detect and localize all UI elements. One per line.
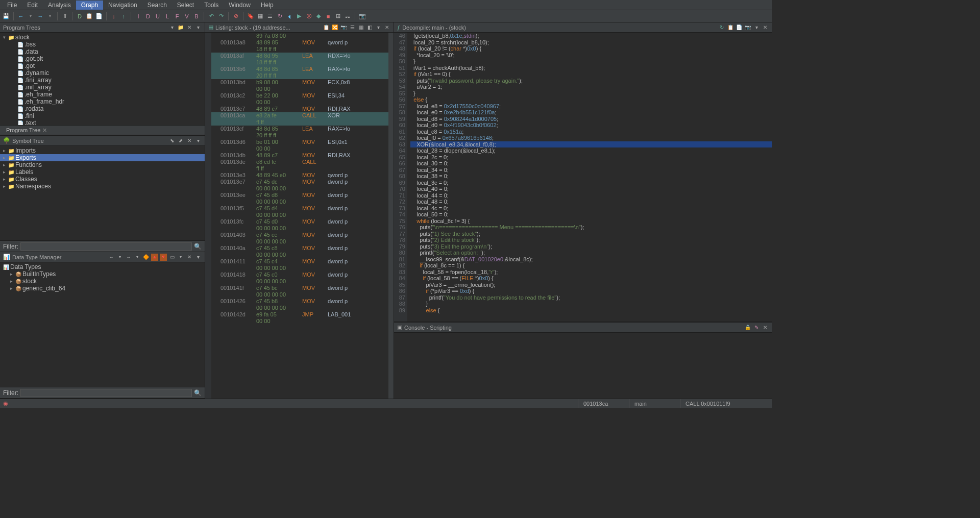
- define-data-icon[interactable]: D: [76, 12, 84, 20]
- code-line[interactable]: local_48 = 0;: [410, 199, 772, 205]
- forward-icon[interactable]: →: [125, 254, 132, 261]
- tree-section[interactable]: 📄.dynamic: [0, 69, 205, 77]
- folder2-icon[interactable]: ⬈: [177, 137, 184, 144]
- listing-row[interactable]: 00 00 00 00: [205, 199, 394, 205]
- symbol-item-exports[interactable]: ▸📁Exports: [0, 154, 205, 161]
- code-line[interactable]: local_4c = 0;: [410, 205, 772, 212]
- tree-section[interactable]: 📄.fini_array: [0, 77, 205, 84]
- dropdown-icon[interactable]: ▾: [177, 254, 184, 261]
- filter-icon[interactable]: 🔍: [194, 389, 202, 397]
- stop-icon[interactable]: ⦿: [305, 12, 313, 20]
- code-line[interactable]: puts("Invalid password, please try again…: [410, 78, 772, 84]
- listing-row[interactable]: 18 ff ff ff: [205, 46, 394, 53]
- code-line[interactable]: local_d0 = 0x4f19043c0b0f0602;: [410, 122, 772, 129]
- listing-row[interactable]: 001013e348 89 45 e0MOVqword p: [205, 172, 394, 179]
- code-line[interactable]: local_3c = 0;: [410, 180, 772, 186]
- code-line[interactable]: local_30 = 0;: [410, 160, 772, 167]
- code-line[interactable]: local_e8 = 0x2d17550c0c040967;: [410, 103, 772, 110]
- listing-row[interactable]: 001013cf48 8d 85LEARAX=>lo: [205, 126, 394, 132]
- code-line[interactable]: puts("\n================== Menu ========…: [410, 224, 772, 231]
- export-icon[interactable]: 📄: [736, 24, 743, 31]
- symbol-item-classes[interactable]: ▸📁Classes: [0, 176, 205, 183]
- code-line[interactable]: puts("2) Edit the stock");: [410, 237, 772, 243]
- listing-row[interactable]: 89 7a 03 00: [205, 33, 394, 39]
- nav-up-icon[interactable]: ⬆: [61, 12, 69, 20]
- tree-root[interactable]: ▾📁stock: [0, 34, 205, 41]
- code-line[interactable]: local_28 = dlopen(&local_e8,1);: [410, 147, 772, 154]
- pause-icon[interactable]: ◆: [314, 12, 323, 20]
- menu-search[interactable]: Search: [142, 1, 172, 10]
- dtm-filter-input[interactable]: [20, 389, 192, 397]
- menu-tools[interactable]: Tools: [199, 1, 224, 10]
- menu-analysis[interactable]: Analysis: [43, 1, 76, 10]
- back2-icon[interactable]: ⏴: [285, 12, 293, 20]
- listing-row[interactable]: 00 00 00 00: [205, 291, 394, 298]
- snapshot-icon[interactable]: 📷: [744, 24, 751, 31]
- dtm-item[interactable]: ▸📦stock: [0, 278, 205, 285]
- code-line[interactable]: if (local_8c == 1) {: [410, 262, 772, 269]
- listing-row[interactable]: 00 00 00 00: [205, 305, 394, 311]
- listing-row[interactable]: 00 00: [205, 145, 394, 152]
- listing-row[interactable]: 00101426c7 45 b8MOVdword p: [205, 298, 394, 305]
- listing-row[interactable]: 001013db48 89 c7MOVRDI,RAX: [205, 152, 394, 159]
- back-icon[interactable]: ←: [108, 254, 115, 261]
- code-line[interactable]: XOR(&local_e8,34,&local_f0,8);: [410, 141, 772, 148]
- listing-row[interactable]: 00 00: [205, 99, 394, 106]
- code-line[interactable]: local_50 = 0;: [410, 211, 772, 218]
- symbol-item-functions[interactable]: ▸📁Functions: [0, 161, 205, 168]
- listing-row[interactable]: ff ff: [205, 119, 394, 126]
- refresh-icon[interactable]: ↻: [718, 24, 725, 31]
- code-line[interactable]: if (*piVar3 == 0xd) {: [410, 288, 772, 294]
- listing-row[interactable]: 0010141fc7 45 bcMOVdword p: [205, 285, 394, 291]
- code-line[interactable]: }: [410, 90, 772, 97]
- listing-row[interactable]: 18 ff ff ff: [205, 59, 394, 66]
- mark-l-icon[interactable]: L: [163, 12, 172, 20]
- tree-section[interactable]: 📄.init_array: [0, 84, 205, 91]
- listing-row[interactable]: 00 00 00 00: [205, 252, 394, 258]
- window-icon[interactable]: ▦: [256, 12, 264, 20]
- symbol-filter-input[interactable]: [20, 242, 192, 251]
- hierarchy-icon[interactable]: ⚎: [344, 12, 352, 20]
- code-line[interactable]: puts("1) See the stock");: [410, 231, 772, 237]
- code-line[interactable]: printf("You do not have permissions to r…: [410, 294, 772, 301]
- graph-icon[interactable]: ⊞: [334, 12, 342, 20]
- code-line[interactable]: iVar1 = checkAuth(local_b8);: [410, 65, 772, 71]
- listing-row[interactable]: 001013bdb9 08 00MOVECX,0x8: [205, 79, 394, 86]
- dtm-item[interactable]: ▸📦generic_clib_64: [0, 285, 205, 292]
- code-line[interactable]: while (local_8c != 3) {: [410, 218, 772, 225]
- tree-section[interactable]: 📄.eh_frame: [0, 91, 205, 98]
- menu-edit[interactable]: Edit: [22, 1, 43, 10]
- listing-row[interactable]: 00101418c7 45 c0MOVdword p: [205, 272, 394, 278]
- code-line[interactable]: printf("Select an option: ");: [410, 250, 772, 256]
- dtm-item[interactable]: ▸📦BuiltInTypes: [0, 270, 205, 278]
- tree-section[interactable]: 📄.got: [0, 62, 205, 69]
- close-icon[interactable]: ✕: [762, 24, 769, 31]
- code-line[interactable]: __isoc99_scanf(&DAT_001020e0,&local_8c);: [410, 256, 772, 263]
- nav-icon[interactable]: 🔀: [331, 24, 338, 31]
- code-line[interactable]: fgets(local_b8,0x1e,stdin);: [410, 33, 772, 39]
- code-line[interactable]: local_44 = 0;: [410, 192, 772, 199]
- dtm-tree[interactable]: 📊Data Types▸📦BuiltInTypes▸📦stock▸📦generi…: [0, 262, 205, 387]
- code-line[interactable]: if (iVar1 == 0) {: [410, 71, 772, 78]
- listing-row[interactable]: 00 00: [205, 318, 394, 325]
- run-icon[interactable]: ▶: [295, 12, 303, 20]
- snapshot-icon[interactable]: 📷: [358, 12, 366, 20]
- menu-icon[interactable]: ▾: [168, 24, 176, 31]
- tree-section[interactable]: 📄.fini: [0, 112, 205, 119]
- filter3-icon[interactable]: 🔻: [160, 254, 167, 261]
- clear-icon[interactable]: ⊘: [232, 12, 240, 20]
- code-line[interactable]: local_e0 = 0xe2b4b551c121f0a;: [410, 109, 772, 116]
- listing-row[interactable]: 001013cae8 2a feCALLXOR: [205, 112, 394, 119]
- code-line[interactable]: piVar3 = __errno_location();: [410, 282, 772, 288]
- symbol-item-imports[interactable]: ▸📁Imports: [0, 147, 205, 154]
- save-icon[interactable]: 💾: [2, 12, 10, 20]
- code-line[interactable]: else {: [410, 96, 772, 103]
- listing-row[interactable]: 001013dee8 cd fcCALL: [205, 159, 394, 165]
- code-line[interactable]: }: [410, 301, 772, 307]
- listing-row[interactable]: 0010142de9 fa 05JMPLAB_001: [205, 311, 394, 318]
- tree-section[interactable]: 📄.rodata: [0, 105, 205, 112]
- code-line[interactable]: local_20 = strchr(local_b8,10);: [410, 39, 772, 46]
- listing-row[interactable]: 0010140ac7 45 c8MOVdword p: [205, 245, 394, 252]
- folder-icon[interactable]: 📁: [177, 24, 184, 31]
- mark-i-icon[interactable]: I: [134, 12, 142, 20]
